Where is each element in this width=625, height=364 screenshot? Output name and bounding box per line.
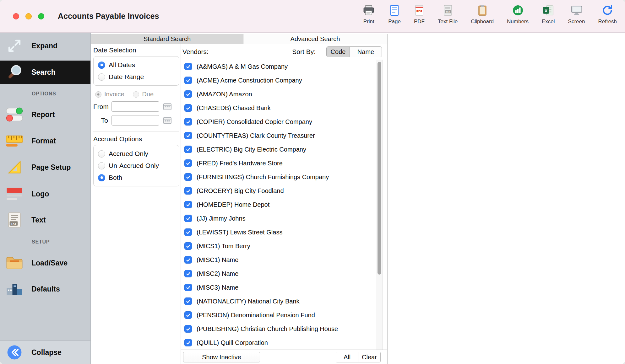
select-all-button[interactable]: All [336,352,358,362]
screen-icon [571,3,583,18]
vendor-label: (MICS1) Tom Berry [197,243,250,250]
sidebar-item-label: Expand [31,42,57,50]
tab-advanced-search[interactable]: Advanced Search [243,34,387,44]
vendor-row: (ACME) Acme Construction Company [182,73,376,87]
vendor-checkbox[interactable] [184,215,192,222]
preview-area [388,33,625,364]
vendor-checkbox[interactable] [184,297,192,305]
vendor-label: (COUNTYTREAS) Clark County Treasurer [197,132,315,139]
window-controls [13,13,44,19]
zoom-window-button[interactable] [38,13,44,19]
radio-disabled-on-icon [95,91,101,98]
toolbar-clipboard-button[interactable]: Clipboard [471,3,494,25]
vendor-row: (FURNISHINGS) Church Furnishings Company [182,170,376,184]
sidebar-item-collapse[interactable]: Collapse [0,340,90,364]
collapse-chevrons-icon [5,345,24,360]
vendor-checkbox[interactable] [184,159,192,167]
toolbar-page-button[interactable]: Page [388,3,401,25]
vendor-label: (GROCERY) Big City Foodland [197,187,284,195]
sidebar-item-page-setup[interactable]: Page Setup [0,157,90,177]
sidebar-item-logo[interactable]: Logo [0,184,90,204]
vendor-checkbox[interactable] [184,284,192,291]
radio-accrued-only[interactable]: Accrued Only [98,148,175,160]
vendor-checkbox[interactable] [184,77,192,84]
vendor-row: (MISC2) Name [182,267,376,281]
scrollbar-thumb[interactable] [378,62,381,275]
from-date-row: From [93,101,179,112]
radio-label: Both [109,174,122,181]
vendor-label: (LEWISST) Lewis Street Glass [197,229,282,236]
radio-date-range[interactable]: Date Range [98,71,175,83]
to-date-input[interactable] [111,115,159,126]
show-inactive-button[interactable]: Show Inactive [183,352,260,362]
toolbar-item-label: Clipboard [471,19,494,25]
from-date-input[interactable] [111,101,159,112]
vendor-checkbox[interactable] [184,311,192,319]
sidebar-options-header: OPTIONS [32,91,56,97]
vendor-row: (AMAZON) Amazon [182,87,376,101]
calendar-picker-icon[interactable] [163,103,172,111]
radio-off-icon [98,73,105,81]
vendor-checkbox[interactable] [184,118,192,126]
pdf-icon: PDF [414,3,424,18]
sort-name-button[interactable]: Name [350,47,382,57]
vendor-checkbox[interactable] [184,146,192,153]
toolbar-text-file-button[interactable]: TXT Text File [438,3,458,25]
sidebar-item-load-save[interactable]: Load/Save [0,253,90,273]
close-window-button[interactable] [13,13,19,19]
svg-text:PDF: PDF [416,10,422,13]
sidebar-item-defaults[interactable]: Defaults [0,279,90,299]
vendor-checkbox[interactable] [184,242,192,250]
vendor-checkbox[interactable] [184,104,192,112]
vendor-checkbox[interactable] [184,339,192,346]
sidebar-item-expand[interactable]: Expand [0,36,90,56]
sidebar-item-search[interactable]: Search [0,61,90,84]
vendor-row: (MISC1) Name [182,253,376,267]
radio-off-icon [98,150,105,158]
vendors-footer: Show Inactive All Clear [181,350,387,364]
clear-all-button[interactable]: Clear [358,352,380,362]
vendor-list-scrollbar[interactable] [376,60,383,350]
vendor-row: (COUNTYTREAS) Clark County Treasurer [182,129,376,142]
radio-on-icon [98,62,105,69]
toolbar-item-label: Print [363,19,374,25]
tab-standard-search[interactable]: Standard Search [91,34,243,44]
toolbar-pdf-button[interactable]: PDF PDF [414,3,425,25]
vendor-checkbox[interactable] [184,173,192,181]
svg-text:X: X [545,8,547,13]
toolbar-numbers-button[interactable]: Numbers [507,3,529,25]
calendar-picker-icon[interactable] [163,116,172,125]
vendor-checkbox[interactable] [184,325,192,333]
radio-un-accrued-only[interactable]: Un-Accrued Only [98,160,175,172]
minimize-window-button[interactable] [25,13,32,19]
vendor-label: (CHASEDB) Chased Bank [197,104,271,112]
toolbar-screen-button[interactable]: Screen [568,3,585,25]
toolbar-item-label: Numbers [507,19,529,25]
toolbar-refresh-button[interactable]: Refresh [598,3,617,25]
toolbar-print-button[interactable]: Print [362,3,375,25]
vendor-checkbox[interactable] [184,201,192,208]
main-content: Standard Search Advanced Search Date Sel… [91,33,625,364]
sidebar-item-text[interactable]: TXT Text [0,210,90,230]
sidebar-item-report[interactable]: Report [0,104,90,125]
sort-code-button[interactable]: Code [327,47,350,57]
sidebar-item-label: Report [31,110,55,119]
vendor-checkbox[interactable] [184,132,192,139]
vendor-checkbox[interactable] [184,270,192,277]
toolbar-item-label: Page [388,19,401,25]
vendor-checkbox[interactable] [184,187,192,195]
toolbar-excel-button[interactable]: X Excel [542,3,555,25]
vendor-label: (ELECTRIC) Big City Electric Company [197,146,306,153]
vendors-label: Vendors: [182,48,209,56]
sidebar-item-label: Defaults [31,285,60,293]
vendors-header: Vendors: Sort By: Code Name [182,46,382,57]
radio-all-dates[interactable]: All Dates [98,59,175,71]
vendor-checkbox[interactable] [184,256,192,264]
vendor-checkbox[interactable] [184,228,192,236]
sidebar-item-label: Format [31,137,56,145]
radio-both[interactable]: Both [98,172,175,184]
vendor-checkbox[interactable] [184,90,192,98]
vendor-label: (ACME) Acme Construction Company [197,77,302,84]
vendor-checkbox[interactable] [184,63,192,70]
sidebar-item-format[interactable]: Format [0,131,90,151]
